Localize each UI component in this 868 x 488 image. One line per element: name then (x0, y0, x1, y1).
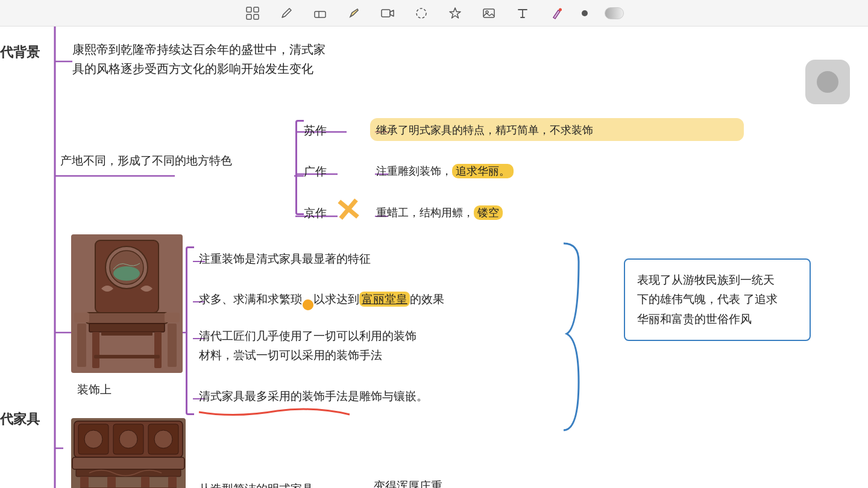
orange-x-mark: ✕ (333, 191, 362, 230)
toolbar (0, 0, 868, 27)
svg-point-51 (119, 430, 137, 448)
svg-rect-1 (254, 7, 259, 12)
furniture-section-label: 代家具 (0, 410, 40, 428)
top-right-button-icon (817, 71, 838, 93)
deco-item-4: 清式家具最多采用的装饰手法是雕饰与镶嵌。 (199, 389, 428, 404)
image-icon[interactable] (480, 5, 497, 22)
deco-item-1: 注重装饰是清式家具最显著的特征 (199, 251, 371, 267)
summary-line1: 表现了从游牧民族到一统天 (637, 274, 775, 286)
svg-point-35 (113, 266, 140, 281)
furniture-image-2 (71, 418, 186, 488)
svg-point-50 (84, 430, 102, 448)
red-underline-svg (199, 406, 356, 418)
svg-rect-41 (94, 355, 160, 358)
pen-color-selector[interactable] (605, 7, 624, 19)
furniture-image-1 (71, 234, 183, 373)
jing-zuo-desc: 重蜡工，结构用鳔，镂空 (376, 205, 503, 220)
marker-icon[interactable] (345, 5, 362, 22)
svg-rect-3 (254, 14, 259, 19)
furniture-label-1: 装饰上 (77, 382, 112, 398)
deco-item2-highlight: 富丽堂皇 (359, 292, 410, 307)
svg-rect-40 (101, 332, 153, 336)
svg-rect-2 (247, 14, 251, 19)
svg-rect-39 (154, 332, 162, 368)
deco-item-3: 清代工匠们几乎使用了一切可以利用的装饰 材料，尝试一切可以采用的装饰手法 (199, 327, 417, 366)
svg-rect-4 (315, 11, 326, 17)
jing-zuo-desc-text: 重蜡工，结构用鳔， (376, 207, 474, 219)
guang-zuo-desc: 注重雕刻装饰，追求华丽。 (376, 164, 514, 178)
svg-rect-55 (80, 477, 89, 488)
region-label: 产地不同，形成了不同的地方特色 (60, 153, 232, 169)
svg-rect-42 (77, 324, 86, 367)
orange-dot-marker (303, 299, 313, 310)
deco-item3-line1: 清代工匠们几乎使用了一切可以利用的装饰 (199, 327, 417, 346)
deco-item3-line2: 材料，尝试一切可以采用的装饰手法 (199, 346, 417, 365)
dot-separator (582, 10, 588, 16)
svg-point-6 (417, 8, 426, 18)
guang-zuo-highlight: 追求华丽。 (452, 164, 514, 178)
text-icon[interactable] (514, 5, 531, 22)
svg-rect-36 (86, 313, 168, 324)
bottom-desc: 变得浑厚庄重， (374, 478, 454, 488)
summary-line2: 下的雄伟气魄，代表 了追求 (637, 293, 778, 305)
video-icon[interactable] (379, 5, 396, 22)
deco-item2-pre: 求多、求满和求繁琐，以求达到 (199, 293, 359, 305)
summary-box: 表现了从游牧民族到一统天 下的雄伟气魄，代表 了追求 华丽和富贵的世俗作风 (624, 258, 811, 341)
bottom-text: 从造型简洁的明式家具 (199, 481, 313, 488)
svg-rect-56 (168, 477, 177, 488)
svg-point-52 (154, 430, 172, 448)
star-icon[interactable] (447, 5, 464, 22)
summary-line3: 华丽和富贵的世俗作风 (637, 313, 752, 325)
svg-rect-38 (92, 332, 99, 368)
guang-zuo-label: 广作 (304, 164, 327, 180)
jing-zuo-label: 京作 (304, 205, 327, 221)
pen-icon[interactable] (278, 5, 295, 22)
deco-item2-post: 的效果 (410, 293, 444, 305)
svg-rect-43 (168, 324, 177, 367)
svg-rect-45 (165, 313, 180, 322)
svg-rect-44 (74, 313, 89, 322)
intro-line1: 康熙帝到乾隆帝持续达百余年的盛世中，清式家 (72, 40, 326, 59)
svg-rect-7 (483, 9, 494, 17)
grid-icon[interactable] (244, 5, 261, 22)
jing-zuo-highlight: 镂空 (474, 205, 503, 220)
svg-rect-37 (89, 324, 165, 332)
canvas: 代背景 康熙帝到乾隆帝持续达百余年的盛世中，清式家 具的风格逐步受西方文化的影响… (0, 27, 868, 488)
svg-point-9 (559, 8, 562, 11)
deco-bracket (186, 246, 194, 415)
svg-rect-0 (247, 7, 251, 12)
sgj-bracket (295, 120, 304, 215)
bg-section-label: 代背景 (0, 43, 40, 61)
svg-rect-53 (72, 457, 184, 469)
eraser-icon[interactable] (312, 5, 329, 22)
pen2-icon[interactable] (548, 5, 565, 22)
su-zuo-desc: 继承了明式家具的特点，精巧简单，不求装饰 (376, 123, 593, 137)
intro-text: 康熙帝到乾隆帝持续达百余年的盛世中，清式家 具的风格逐步受西方文化的影响开始发生… (72, 40, 326, 78)
svg-rect-57 (107, 477, 116, 488)
svg-rect-58 (141, 477, 149, 488)
intro-line2: 具的风格逐步受西方文化的影响开始发生变化 (72, 59, 326, 78)
svg-rect-5 (382, 10, 390, 17)
top-right-button[interactable] (805, 60, 850, 104)
guang-zuo-desc-text: 注重雕刻装饰， (376, 165, 452, 177)
su-zuo-label: 苏作 (304, 123, 327, 139)
deco-item-2: 求多、求满和求繁琐，以求达到富丽堂皇的效果 (199, 292, 444, 307)
lasso-icon[interactable] (413, 5, 430, 22)
